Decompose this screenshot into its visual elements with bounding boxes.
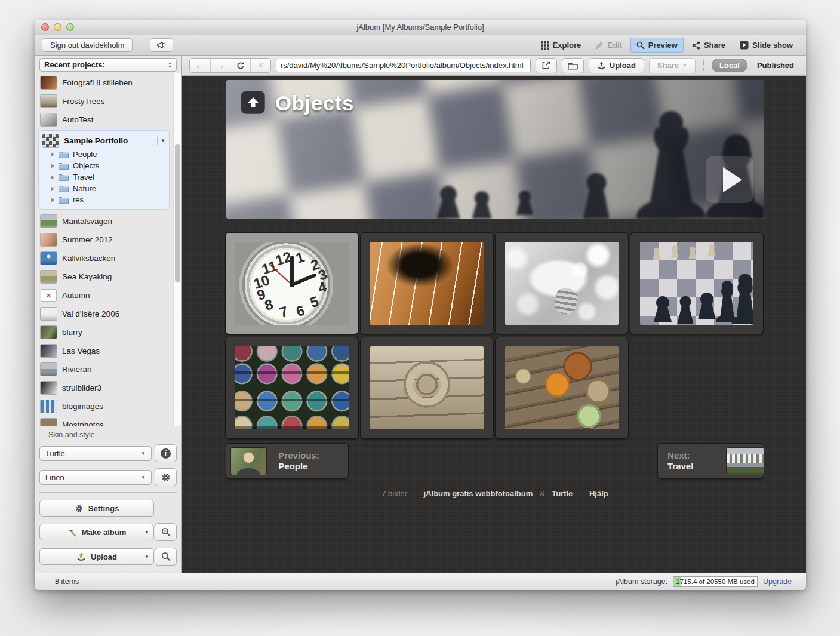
forward-button[interactable]: → bbox=[210, 59, 230, 72]
previous-album-card[interactable]: Previous: People bbox=[226, 444, 348, 478]
style-select[interactable]: Linen ▼ bbox=[39, 470, 152, 485]
recent-projects-combobox[interactable]: Recent projects: ▲▼ bbox=[39, 58, 177, 72]
zoom-window-button[interactable] bbox=[66, 23, 74, 31]
sign-out-button[interactable]: Sign out davidekholm bbox=[42, 38, 133, 52]
jalbum-credit-link[interactable]: jAlbum gratis webbfotoalbum bbox=[424, 489, 533, 498]
project-item[interactable]: Summer 2012 bbox=[37, 231, 171, 249]
project-item[interactable]: Källviksbacken bbox=[37, 249, 171, 268]
skin-select[interactable]: Turtle ▼ bbox=[39, 446, 152, 461]
svg-text:6: 6 bbox=[294, 302, 307, 319]
style-settings-button[interactable] bbox=[155, 468, 177, 486]
previous-label: Previous: bbox=[278, 450, 319, 460]
album-thumbnail-guitar[interactable] bbox=[361, 233, 493, 334]
back-button[interactable]: ← bbox=[190, 59, 210, 72]
skin-info-button[interactable]: i bbox=[155, 444, 177, 462]
grid-icon bbox=[541, 41, 549, 50]
chevron-down-icon: ▼ bbox=[141, 475, 146, 480]
folder-item-people[interactable]: People bbox=[42, 149, 165, 160]
make-album-button[interactable]: Make album ▼ bbox=[39, 524, 154, 540]
stop-button[interactable]: × bbox=[250, 59, 270, 72]
disclosure-triangle-icon[interactable] bbox=[51, 152, 54, 157]
help-link[interactable]: Hjälp bbox=[589, 489, 608, 498]
project-item[interactable]: Rivieran bbox=[37, 360, 171, 379]
sidebar-scrollbar-thumb[interactable] bbox=[175, 144, 180, 282]
album-thumbnail-toy-dog[interactable] bbox=[496, 233, 628, 334]
address-bar[interactable]: rs/david/My%20Albums/Sample%20Portfolio/… bbox=[276, 59, 531, 72]
upload-button[interactable]: Upload ▼ bbox=[39, 548, 154, 565]
nav-slideshow[interactable]: Slide show bbox=[734, 38, 799, 53]
folder-icon bbox=[568, 62, 578, 70]
next-album-card[interactable]: Next: Travel bbox=[658, 444, 764, 478]
project-item[interactable]: Mostphotos bbox=[37, 416, 171, 426]
folder-item-travel[interactable]: Travel bbox=[42, 171, 165, 183]
announcements-button[interactable] bbox=[150, 38, 173, 52]
published-toggle[interactable]: Published bbox=[752, 61, 799, 70]
minimize-window-button[interactable] bbox=[54, 23, 61, 31]
album-up-button[interactable] bbox=[241, 91, 265, 114]
nav-explore[interactable]: Explore bbox=[535, 38, 587, 53]
sidebar-scrollbar-track[interactable] bbox=[173, 73, 181, 426]
project-item[interactable]: Autumn bbox=[37, 286, 171, 305]
folder-icon bbox=[59, 196, 69, 204]
project-item[interactable]: Las Vegas bbox=[37, 342, 171, 360]
upload-dropdown[interactable]: ▼ bbox=[141, 552, 149, 561]
folder-item-res[interactable]: res bbox=[42, 194, 165, 205]
settings-button[interactable]: Settings bbox=[39, 500, 154, 517]
disclosure-triangle-icon[interactable] bbox=[51, 175, 54, 180]
project-item[interactable]: strulbilder3 bbox=[37, 379, 171, 397]
project-thumbnail bbox=[41, 308, 57, 320]
album-thumbnail-wood-carving[interactable] bbox=[361, 337, 493, 438]
chevron-down-icon: ▼ bbox=[141, 451, 146, 456]
forward-icon: → bbox=[216, 60, 225, 71]
view-online-button[interactable] bbox=[155, 548, 177, 566]
album-thumbnail-fruit-still-life[interactable] bbox=[496, 337, 628, 438]
disclosure-triangle-icon[interactable] bbox=[51, 164, 54, 168]
project-item[interactable]: Val d'Isère 2006 bbox=[37, 305, 171, 323]
album-thumbnail-chessboard[interactable] bbox=[630, 233, 763, 334]
skin-credit-link[interactable]: Turtle bbox=[552, 489, 573, 498]
folder-icon bbox=[59, 173, 69, 181]
close-window-button[interactable] bbox=[41, 23, 49, 31]
pencil-icon bbox=[595, 41, 604, 50]
nav-preview[interactable]: Preview bbox=[630, 38, 684, 53]
project-item[interactable]: Fotografi II stilleben bbox=[37, 73, 171, 92]
nav-edit-label: Edit bbox=[607, 41, 622, 50]
upgrade-link[interactable]: Upgrade bbox=[763, 577, 792, 586]
local-toggle[interactable]: Local bbox=[712, 59, 747, 72]
album-thumbnail-watercolors[interactable] bbox=[226, 337, 358, 438]
project-item[interactable]: Sea Kayaking bbox=[37, 268, 171, 286]
nav-edit[interactable]: Edit bbox=[589, 38, 628, 53]
nav-slideshow-label: Slide show bbox=[752, 41, 793, 50]
preview-album-button[interactable] bbox=[155, 523, 177, 541]
make-album-dropdown[interactable]: ▼ bbox=[141, 528, 149, 536]
nav-preview-label: Preview bbox=[648, 41, 678, 50]
browser-upload-button[interactable]: Upload bbox=[589, 58, 644, 73]
project-item[interactable]: Mantalsvägen bbox=[37, 212, 171, 231]
folder-item-objects[interactable]: Objects bbox=[42, 160, 165, 171]
project-item[interactable]: blurry bbox=[37, 323, 171, 342]
disclosure-triangle-icon[interactable] bbox=[51, 198, 54, 202]
slideshow-play-overlay[interactable] bbox=[706, 156, 753, 203]
project-item[interactable]: blogimages bbox=[37, 397, 171, 416]
project-item[interactable]: FrostyTrees bbox=[37, 92, 171, 110]
nav-share[interactable]: Share bbox=[686, 38, 731, 53]
back-icon: ← bbox=[195, 60, 205, 71]
divider bbox=[39, 492, 177, 493]
album-title: Objects bbox=[275, 91, 354, 115]
project-item[interactable]: AutoTest bbox=[37, 110, 171, 129]
browser-share-button[interactable]: Share ▼ bbox=[649, 58, 696, 73]
project-dropdown-button[interactable]: ▼ bbox=[157, 137, 165, 145]
disclosure-triangle-icon[interactable] bbox=[51, 186, 54, 191]
open-folder-button[interactable] bbox=[562, 58, 584, 73]
project-item-selected[interactable]: Sample Portfolio ▼ bbox=[42, 133, 165, 149]
refresh-button[interactable] bbox=[230, 59, 250, 72]
folder-item-nature[interactable]: Nature bbox=[42, 183, 165, 194]
upload-icon bbox=[597, 62, 606, 70]
project-thumbnail bbox=[41, 76, 57, 89]
project-thumbnail bbox=[41, 95, 57, 107]
album-thumbnail-clock[interactable]: 1212 345 678 91011 bbox=[226, 233, 358, 334]
project-thumbnail bbox=[41, 345, 57, 357]
chevron-down-icon: ▼ bbox=[144, 530, 149, 535]
open-external-button[interactable] bbox=[536, 58, 558, 73]
folder-icon bbox=[59, 162, 69, 170]
